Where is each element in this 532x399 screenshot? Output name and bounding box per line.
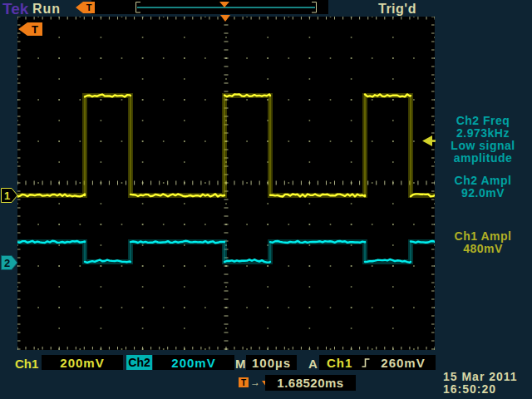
trigger-status: Trig'd [378, 2, 416, 17]
ch2-ground-marker[interactable]: 2 [1, 255, 18, 270]
a-trigger-label: A [308, 357, 318, 371]
date-value: 15 Mar 2011 [443, 371, 518, 383]
ch1-trace-glow [17, 96, 435, 195]
trigger-offscreen-left-indicator: T [18, 22, 42, 36]
record-view-bracket [135, 2, 317, 13]
acquisition-status: Run [32, 2, 61, 17]
ch2-freq-warning-line1: Low signal [436, 140, 530, 152]
ch1-ampl-label: Ch1 Ampl [436, 230, 530, 243]
trigger-source: Ch1 [327, 356, 352, 370]
ch2-scale-value: 200mV [171, 356, 215, 370]
ch1-trace [270, 195, 365, 197]
ch2-trace-glow [17, 242, 435, 262]
trigger-t-icon: T [239, 377, 249, 387]
ch2-ampl-label: Ch2 Ampl [436, 175, 530, 187]
ch1-marker-digit: 1 [4, 190, 10, 202]
trigger-level-value: 260mV [381, 356, 425, 370]
waveform-display [17, 17, 435, 350]
timebase-value: 100µs [252, 356, 291, 370]
ch2-freq-warning-line2: amplitude [436, 152, 530, 165]
delay-time-readout[interactable]: 1.68520ms [265, 375, 356, 391]
timebase-readout[interactable]: 100µs [246, 355, 297, 370]
ch2-amplitude-readout: Ch2 Ampl 92.0mV [436, 175, 530, 200]
delay-time-value: 1.68520ms [277, 376, 343, 390]
ch2-tab-label: Ch2 [128, 356, 150, 369]
ch1-channel-label: Ch1 [15, 357, 38, 371]
trigger-t-icon: T [83, 2, 95, 13]
time-value: 16:50:20 [443, 383, 518, 396]
trigger-level-arrow[interactable] [422, 135, 436, 146]
trigger-t-icon: T [27, 22, 42, 36]
left-arrow-icon [18, 22, 27, 36]
main-timebase-label: M [235, 357, 246, 371]
ch2-freq-value: 2.973kHz [436, 127, 530, 140]
horizontal-trigger-position-marker[interactable] [220, 15, 230, 22]
ch2-channel-tab[interactable]: Ch2 [126, 355, 152, 370]
ch2-ampl-value: 92.0mV [436, 187, 530, 200]
ch1-scale-value: 200mV [60, 356, 104, 370]
trigger-level-arrow-shape [422, 135, 432, 146]
arrow-right-icon: → [250, 377, 260, 388]
rising-edge-slope-icon [362, 357, 370, 368]
ch2-frequency-readout: Ch2 Freq 2.973kHz Low signal amplitude [436, 115, 530, 165]
ch2-scale-readout[interactable]: 200mV [153, 355, 234, 370]
ch1-amplitude-readout: Ch1 Ampl 480mV [436, 230, 530, 255]
ch2-marker-digit: 2 [4, 257, 10, 269]
left-arrow-icon [76, 2, 83, 13]
ch1-scale-readout[interactable]: 200mV [42, 355, 123, 370]
ch2-freq-label: Ch2 Freq [436, 115, 530, 127]
graticule-and-traces [17, 17, 435, 350]
tek-logo: Tek [2, 0, 28, 18]
datetime-readout: 15 Mar 2011 16:50:20 [443, 371, 518, 396]
trigger-readout[interactable]: Ch1 260mV [319, 355, 436, 370]
oscilloscope-screen: { "header": { "logo": "Tek", "acq_status… [0, 0, 532, 399]
trigger-offscreen-left-icon: T [76, 2, 95, 13]
ch1-ampl-value: 480mV [436, 243, 530, 255]
ch1-ground-marker[interactable]: 1 [1, 188, 18, 203]
record-trigger-position-icon[interactable] [219, 2, 229, 7]
